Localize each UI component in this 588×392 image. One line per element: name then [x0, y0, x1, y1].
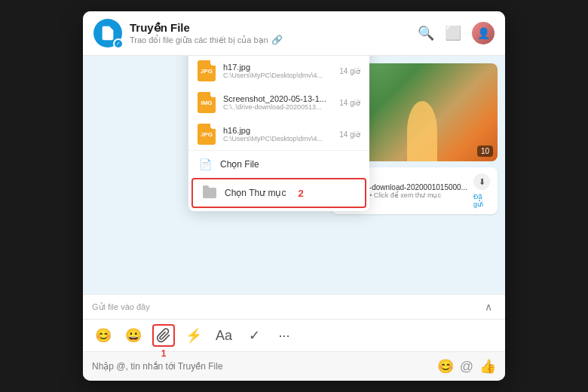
folder-status: ⬇ Đã gửi	[473, 173, 490, 208]
message-input[interactable]	[92, 361, 431, 372]
text-button[interactable]: Aa	[213, 324, 235, 347]
file-icon-1: JPG	[198, 60, 216, 81]
sticker-button[interactable]: 😀	[122, 324, 145, 347]
emoji-action-icon[interactable]: 😊	[437, 358, 454, 375]
file-attach-button[interactable]: 1	[152, 324, 175, 347]
header-actions: 🔍 ⬜ 👤	[418, 22, 495, 44]
choose-file-label: Chọn File	[220, 159, 259, 170]
file-path-3: C:\Users\MyPC\Desktop\dmv\4...	[223, 135, 332, 142]
recent-file-3[interactable]: JPG h16.jpg C:\Users\MyPC\Desktop\dmv\4.…	[188, 118, 369, 150]
user-avatar[interactable]: 👤	[472, 22, 495, 44]
emoji-button[interactable]: 😊	[92, 324, 115, 347]
header: Truyền File Trao đổi file giữa các thiết…	[83, 11, 505, 56]
header-subtitle: Trao đổi file giữa các thiết bị của bạn …	[130, 35, 418, 45]
action-button[interactable]: ⚡	[182, 324, 205, 347]
subtitle-text: Trao đổi file giữa các thiết bị của bạn	[130, 35, 268, 45]
verified-badge	[113, 38, 124, 49]
folder-name: drive-download-2020001015000...	[353, 183, 467, 191]
recent-file-1[interactable]: JPG h17.jpg C:\Users\MyPC\Desktop\dmv\4.…	[188, 56, 369, 87]
folder-icon-sm	[203, 188, 216, 198]
choose-folder-item[interactable]: Chọn Thư mục 2	[191, 178, 366, 208]
file-icon-3: JPG	[198, 124, 216, 145]
file-name-2: Screenshot_2020-05-13-1...	[223, 94, 332, 103]
chat-area: drive-download-2020001015000... 4 KB • C…	[83, 56, 505, 294]
file-info-3: h16.jpg C:\Users\MyPC\Desktop\dmv\4...	[223, 126, 332, 142]
file-info-1: h17.jpg C:\Users\MyPC\Desktop\dmv\4...	[223, 63, 332, 79]
like-action-icon[interactable]: 👍	[479, 358, 496, 375]
image-message	[347, 63, 498, 161]
choose-folder-icon	[202, 185, 217, 201]
at-action-icon[interactable]: @	[460, 359, 473, 375]
folder-meta: 4 KB • Click để xem thư mục	[353, 191, 467, 199]
number-1-label: 1	[161, 348, 167, 359]
toolbar: 😊 😀 1 ⚡ Aa ✓ ···	[83, 319, 505, 351]
logo-icon	[100, 25, 116, 41]
send-file-bar: Gửi file vào đây ∧	[83, 294, 505, 319]
dropdown-menu: File mở gần đây JPG h17.jpg C:\Users\MyP…	[188, 56, 369, 211]
search-icon[interactable]: 🔍	[418, 25, 434, 41]
header-info: Truyền File Trao đổi file giữa các thiết…	[130, 21, 418, 45]
more-button[interactable]: ···	[273, 324, 296, 347]
sent-status: Đã gửi	[473, 193, 490, 208]
app-logo	[93, 19, 122, 47]
input-actions: 😊 @ 👍	[437, 358, 496, 375]
file-icon-2: IMG	[198, 92, 216, 113]
layout-icon[interactable]: ⬜	[445, 25, 461, 41]
paperclip-icon	[156, 328, 171, 343]
link-icon: 🔗	[271, 35, 283, 45]
file-path-1: C:\Users\MyPC\Desktop\dmv\4...	[223, 72, 332, 79]
person-silhouette	[407, 101, 437, 161]
choose-file-icon: 📄	[198, 157, 213, 172]
folder-info: drive-download-2020001015000... 4 KB • C…	[353, 183, 467, 199]
file-time-3: 14 giờ	[339, 130, 360, 139]
app-window: Truyền File Trao đổi file giữa các thiết…	[83, 11, 505, 381]
collapse-button[interactable]: ∧	[481, 299, 496, 314]
input-bar: 😊 @ 👍	[83, 351, 505, 381]
file-time-2: 14 giờ	[339, 99, 360, 107]
file-time-1: 14 giờ	[339, 67, 360, 75]
download-button[interactable]: ⬇	[473, 173, 490, 190]
file-name-1: h17.jpg	[223, 63, 332, 72]
file-info-2: Screenshot_2020-05-13-1... C:\..\drive-d…	[223, 94, 332, 111]
choose-file-item[interactable]: 📄 Chọn File	[188, 151, 369, 178]
file-name-3: h16.jpg	[223, 126, 332, 135]
header-title: Truyền File	[130, 21, 418, 35]
chat-image	[347, 63, 498, 161]
choose-folder-label: Chọn Thư mục	[225, 188, 286, 198]
file-path-2: C:\..\drive-download-20200513...	[223, 103, 332, 111]
check-button[interactable]: ✓	[243, 324, 265, 347]
recent-file-2[interactable]: IMG Screenshot_2020-05-13-1... C:\..\dri…	[188, 87, 369, 118]
send-file-label: Gửi file vào đây	[92, 302, 150, 312]
folder-number-badge: 2	[298, 188, 303, 199]
